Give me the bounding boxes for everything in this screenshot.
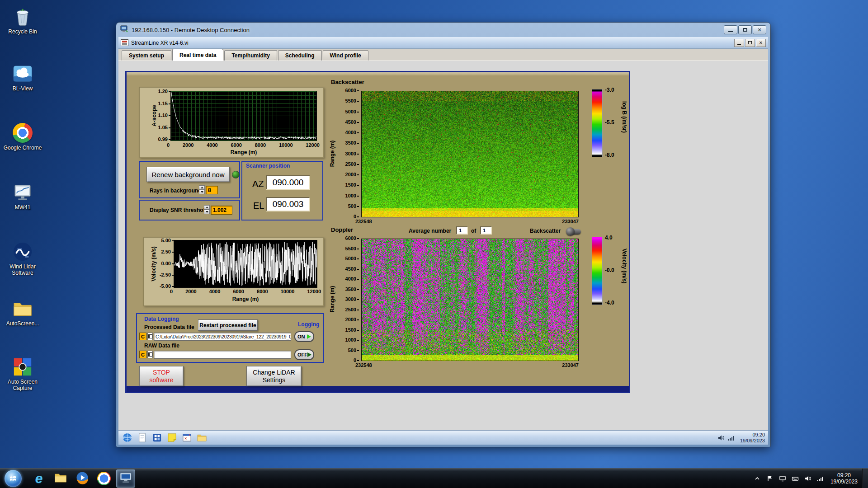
system-tray [764,474,827,483]
dark-green-arrow-icon [307,352,311,357]
a-scope-graph: A-scope 1.201.151.101.050.99 02000400060… [139,87,324,158]
taskbar-internet-explorer[interactable]: e [29,469,48,488]
spin-down-icon[interactable] [199,190,205,194]
action-center-flag-icon[interactable] [765,474,774,483]
tab-temp-humidity[interactable]: Temp/humidity [224,50,277,61]
doppler-y-axis-label: Range (m) [329,286,335,313]
rdp-titlebar[interactable]: 192.168.0.150 - Remote Desktop Connectio… [116,23,770,37]
el-value-field[interactable]: 090.003 [266,197,310,211]
snr-spinner[interactable] [204,205,210,214]
doppler-plot[interactable] [361,239,579,361]
taskbar-remote-desktop-active[interactable] [116,469,135,488]
velocity-x-tick: 10000 [281,289,295,294]
renew-background-button[interactable]: Renew background now [146,167,230,182]
change-lidar-settings-button[interactable]: Change LiDAR Settings [246,366,302,386]
on-label: ON [297,334,305,339]
backscatter-colorbar-label: log B (/m/sr) [621,101,627,133]
desktop-icon-mw41[interactable]: MW41 [3,182,42,211]
processed-drive-button[interactable]: C [139,333,146,340]
display-icon[interactable] [778,474,787,483]
change-line2: Settings [263,376,286,384]
maximize-button[interactable] [738,25,752,34]
host-clock-time: 09:20 [830,472,858,479]
stop-line2: software [150,376,174,384]
tab-scheduling[interactable]: Scheduling [278,50,322,61]
tab-wind-profile[interactable]: Wind profile [323,50,368,61]
renew-status-led[interactable] [232,171,240,178]
desktop-icon-auto-screen-capture[interactable]: Auto Screen Capture [3,357,42,392]
remote-clock-time: 09:20 [740,432,765,438]
chrome-icon [12,122,33,143]
velocity-plot[interactable] [174,240,317,288]
spin-up-icon[interactable] [204,205,210,210]
remote-taskbar-sticky-notes[interactable] [166,432,178,443]
app-minimize-button[interactable] [734,39,744,47]
rdp-window: 192.168.0.150 - Remote Desktop Connectio… [116,23,770,447]
keyboard-icon[interactable] [791,474,800,483]
close-button[interactable]: ✕ [753,25,766,34]
remote-tray-network-icon[interactable] [728,434,736,441]
stop-software-button[interactable]: STOP software [139,366,184,386]
raw-drive-button[interactable]: C [139,351,146,358]
tab-system-setup[interactable]: System setup [122,50,171,61]
remote-taskbar-grid-app[interactable] [151,432,163,443]
az-value-field[interactable]: 090.000 [266,175,310,190]
remote-taskbar-notepad[interactable] [137,432,148,443]
rays-value-field[interactable]: 8 [206,186,218,194]
remote-taskbar-folder[interactable] [196,432,208,443]
desktop-icon-bl-view[interactable]: BL-View [3,63,42,92]
snr-value-field[interactable]: 1.002 [211,206,232,215]
spin-up-icon[interactable] [199,185,205,190]
spin-down-icon[interactable] [204,210,210,214]
remote-clock[interactable]: 09:20 19/09/2023 [740,432,765,444]
rays-spinner[interactable] [199,185,205,194]
taskbar-media-player[interactable] [73,469,92,488]
backscatter-title: Backscatter [331,79,364,85]
average-total-field[interactable]: 1 [480,226,492,235]
remote-taskbar-browser[interactable] [122,432,133,443]
a-scope-plot[interactable] [170,91,317,141]
taskbar-windows-explorer[interactable] [51,469,70,488]
desktop-icon-wind-lidar-software[interactable]: Wind Lidar Software [3,241,42,277]
volume-icon[interactable] [803,474,812,483]
a-scope-x-tick: 2000 [183,142,193,148]
network-icon[interactable] [816,474,825,483]
restart-processed-file-button[interactable]: Restart processed file [198,319,258,331]
desktop-icon-autoscreen-[interactable]: AutoScreen... [3,298,42,327]
processed-path-field[interactable]: C:\Lidar\Data\Proc\2023\202309\20230919\… [154,333,291,341]
tab-strip: System setupReal time dataTemp/humidityS… [118,49,768,61]
minimize-button[interactable] [724,25,737,34]
remote-taskbar-app-window[interactable] [181,432,193,443]
chevron-up-icon[interactable] [753,474,762,483]
raw-path-field[interactable] [154,351,291,359]
app-restore-button[interactable] [745,39,755,47]
desktop-icon-google-chrome[interactable]: Google Chrome [3,122,42,151]
desktop-icon-label: Wind Lidar Software [3,263,42,277]
a-scope-x-tick: 6000 [231,142,241,148]
backscatter-toggle[interactable] [567,229,581,235]
desktop-icon-recycle-bin[interactable]: Recycle Bin [3,6,42,35]
host-clock[interactable]: 09:20 19/09/2023 [830,472,858,485]
show-desktop-button[interactable] [862,469,868,488]
raw-browse-button[interactable] [147,351,153,358]
velocity-x-tick: 2000 [185,289,196,294]
tab-real-time-data[interactable]: Real time data [172,49,223,61]
remote-tray-volume-icon[interactable] [717,434,725,441]
processed-browse-button[interactable] [147,333,153,340]
average-number-field[interactable]: 1 [456,226,468,235]
panel-bottom-bar [127,386,629,392]
app-titlebar[interactable]: StreamLine XR v14-6.vi ✕ [118,37,768,49]
doppler-colorbar-tick: -4.0 [605,300,614,305]
chrome-icon [13,123,33,143]
backscatter-y-tick: 1000 [345,193,359,198]
backscatter-colorbar-tick: -5.5 [605,120,614,125]
backscatter-plot[interactable] [361,91,579,217]
start-button[interactable] [5,470,22,487]
processed-logging-toggle[interactable]: ON [294,331,314,342]
raw-logging-toggle[interactable]: OFF [294,349,314,360]
backscatter-x-tick-start: 232548 [355,219,372,224]
taskbar-chrome[interactable] [94,469,113,488]
doppler-colorbar-tick: -0.0 [605,267,614,273]
doppler-y-tick: 4500 [345,267,359,272]
app-close-button[interactable]: ✕ [756,39,766,47]
